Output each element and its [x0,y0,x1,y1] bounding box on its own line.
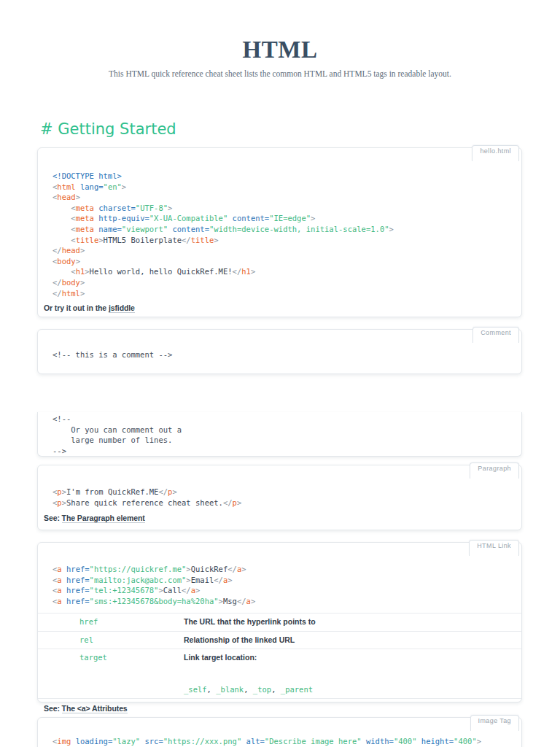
card-footer-hello: Or try it out in the jsfiddle [38,303,521,313]
paragraph-element-see-link[interactable]: The Paragraph element [62,514,145,523]
attr-name-target: target [38,653,184,694]
attr-desc-target: Link target location: _self, _blank, _to… [184,653,521,694]
card-footer-html-link: See: The <a> Attributes [38,704,521,713]
card-comment: Comment <!-- this is a comment --> [37,329,522,374]
code-block-comment-multiline: <!-- Or you can comment out a large numb… [38,412,521,456]
code-block-paragraph: <p>I'm from QuickRef.ME</p><p>Share quic… [38,465,521,508]
attr-desc-rel: Relationship of the linked URL [184,635,521,646]
attr-row-href: href The URL that the hyperlink points t… [38,613,521,631]
jsfiddle-link[interactable]: jsfiddle [109,303,135,313]
card-tab-image-tag: Image Tag [470,715,519,731]
footer-text-hello: Or try it out in the [44,303,109,312]
a-attributes-see-link[interactable]: The <a> Attributes [62,704,128,713]
page-title: HTML [0,36,560,63]
card-paragraph: Paragraph <p>I'm from QuickRef.ME</p><p>… [37,465,522,530]
card-image-tag: Image Tag <img loading="lazy" src="https… [37,717,522,747]
footer-text-html-link: See: [44,704,62,713]
card-hello-html: hello.html <!DOCTYPE html><html lang="en… [37,147,522,317]
card-footer-paragraph: See: The Paragraph element [38,514,521,523]
code-block-hello-html: <!DOCTYPE html><html lang="en"><head> <m… [38,148,521,298]
attr-row-target: target Link target location: _self, _bla… [38,649,521,698]
link-attributes-table: href The URL that the hyperlink points t… [38,613,521,699]
page-subtitle: This HTML quick reference cheat sheet li… [0,69,560,78]
section-heading-getting-started: # Getting Started [40,120,176,138]
attr-desc-target-text: Link target location: [184,653,521,663]
card-tab-comment: Comment [472,327,519,343]
card-tab-hello-html: hello.html [472,145,519,161]
attr-name-href: href [38,617,184,627]
card-tab-html-link: HTML Link [469,540,519,556]
attr-row-rel: rel Relationship of the linked URL [38,631,521,649]
code-block-comment: <!-- this is a comment --> [38,330,521,360]
target-options-code: _self, _blank, _top, _parent [184,663,521,695]
card-tab-paragraph: Paragraph [470,462,519,479]
code-block-image-tag: <img loading="lazy" src="https://xxx.png… [38,718,521,747]
card-comment-continued: <!-- Or you can comment out a large numb… [37,412,522,457]
attr-desc-href: The URL that the hyperlink points to [184,617,521,627]
card-html-link: HTML Link <a href="https://quickref.me">… [37,542,522,703]
attr-name-rel: rel [38,635,184,646]
footer-text-paragraph: See: [44,514,62,522]
code-block-html-link: <a href="https://quickref.me">QuickRef</… [38,543,521,606]
